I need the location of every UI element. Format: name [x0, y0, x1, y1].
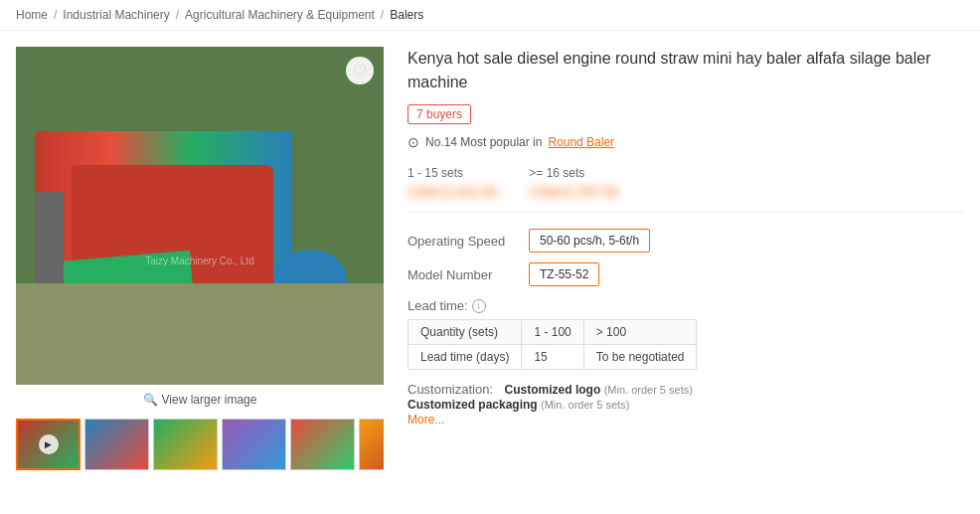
lead-time-label: Lead time: i: [408, 298, 964, 313]
img-person: [35, 192, 65, 293]
spec-row-model: Model Number TZ-55-52: [408, 262, 964, 286]
thumbnail-0[interactable]: ▶: [16, 419, 81, 470]
breadcrumb-sep-1: /: [54, 8, 57, 22]
thumbnail-1[interactable]: [84, 419, 149, 470]
price-value-1: CN¥12,522.00: [408, 184, 497, 200]
product-title: Kenya hot sale diesel engine round straw…: [408, 47, 964, 94]
breadcrumb-industrial[interactable]: Industrial Machinery: [63, 8, 169, 22]
thumbnail-4[interactable]: [290, 419, 355, 470]
price-section: 1 - 15 sets CN¥12,522.00 >= 16 sets CN¥1…: [408, 166, 964, 213]
buyers-badge: 7 buyers: [408, 104, 471, 124]
price-range-label-2: >= 16 sets: [529, 166, 618, 180]
popular-rank-text: No.14 Most popular in: [425, 135, 542, 149]
lead-time-table: Quantity (sets) 1 - 100 > 100 Lead time …: [408, 319, 697, 370]
main-image-container: Taizy Machinery Co., Ltd ♡: [16, 47, 384, 385]
spec-row-speed: Operating Speed 50-60 pcs/h, 5-6t/h: [408, 229, 964, 253]
breadcrumb: Home / Industrial Machinery / Agricultur…: [0, 0, 980, 31]
img-watermark: Taizy Machinery Co., Ltd: [145, 256, 254, 266]
specs-section: Operating Speed 50-60 pcs/h, 5-6t/h Mode…: [408, 229, 964, 286]
thumbnail-5[interactable]: [359, 419, 384, 470]
search-icon: 🔍: [143, 393, 158, 407]
spec-label-speed: Operating Speed: [408, 234, 517, 249]
table-header-row: Quantity (sets) 1 - 100 > 100: [408, 320, 697, 345]
view-larger-label: View larger image: [162, 393, 257, 407]
wishlist-button[interactable]: ♡: [346, 57, 374, 85]
table-header-100plus: > 100: [583, 320, 697, 345]
custom-packaging-min: (Min. order 5 sets): [541, 399, 629, 411]
price-value-2: CN¥10,787.00: [529, 184, 618, 200]
popular-category-link[interactable]: Round Baler: [548, 135, 614, 149]
info-icon[interactable]: i: [472, 299, 486, 313]
thumbnail-3[interactable]: [222, 419, 286, 470]
lead-time-section: Lead time: i Quantity (sets) 1 - 100 > 1…: [408, 298, 964, 370]
left-column: Taizy Machinery Co., Ltd ♡ 🔍 View larger…: [16, 47, 384, 470]
thumbnail-row: ▶: [16, 419, 384, 470]
customization-label: Customization:: [408, 382, 493, 397]
table-cell-label: Lead time (days): [408, 345, 522, 370]
breadcrumb-agricultural[interactable]: Agricultural Machinery & Equipment: [185, 8, 375, 22]
table-cell-negotiate: To be negotiated: [583, 345, 697, 370]
medal-icon: ⊙: [408, 134, 419, 150]
product-main-image: Taizy Machinery Co., Ltd: [16, 47, 384, 385]
right-column: Kenya hot sale diesel engine round straw…: [408, 47, 964, 470]
breadcrumb-home[interactable]: Home: [16, 8, 48, 22]
lead-time-text: Lead time:: [408, 298, 468, 313]
play-icon: ▶: [39, 434, 59, 454]
table-header-1-100: 1 - 100: [522, 320, 583, 345]
view-larger-button[interactable]: 🔍 View larger image: [16, 385, 384, 415]
custom-logo-min: (Min. order 5 sets): [604, 384, 693, 396]
breadcrumb-sep-3: /: [381, 8, 384, 22]
img-machine-blue: [273, 250, 347, 310]
spec-label-model: Model Number: [408, 267, 517, 282]
popular-line: ⊙ No.14 Most popular in Round Baler: [408, 134, 964, 150]
price-col-1: 1 - 15 sets CN¥12,522.00: [408, 166, 497, 200]
thumbnail-2[interactable]: [153, 419, 218, 470]
customization-more-link[interactable]: More...: [408, 413, 444, 427]
price-col-2: >= 16 sets CN¥10,787.00: [529, 166, 618, 200]
main-content: Taizy Machinery Co., Ltd ♡ 🔍 View larger…: [0, 31, 980, 486]
price-range-label-1: 1 - 15 sets: [408, 166, 497, 180]
img-ground: [16, 290, 384, 385]
spec-value-model: TZ-55-52: [529, 262, 599, 286]
customization-section: Customization: Customized logo (Min. ord…: [408, 382, 964, 427]
breadcrumb-current: Balers: [390, 8, 423, 22]
custom-logo-name: Customized logo: [505, 383, 601, 397]
spec-value-speed: 50-60 pcs/h, 5-6t/h: [529, 229, 650, 253]
custom-packaging-name: Customized packaging: [408, 398, 538, 412]
table-cell-15: 15: [522, 345, 583, 370]
table-header-qty: Quantity (sets): [408, 320, 522, 345]
breadcrumb-sep-2: /: [176, 8, 179, 22]
table-data-row: Lead time (days) 15 To be negotiated: [408, 345, 697, 370]
